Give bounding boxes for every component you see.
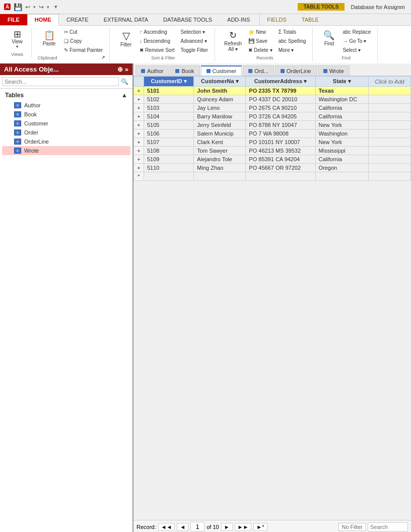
table-row[interactable]: +5108Tom SawyerPO 46213 MS 39532Mississi… xyxy=(134,147,411,155)
undo-dropdown[interactable]: ▾ xyxy=(33,5,36,10)
delete-button[interactable]: ✖ Delete ▾ xyxy=(246,46,275,54)
save-record-button[interactable]: 💾 Save xyxy=(246,37,275,45)
tab-fields[interactable]: FIELDS xyxy=(259,14,294,25)
sidebar-search-icon[interactable]: ⊕ xyxy=(117,65,123,73)
sidebar-item-order[interactable]: ≡ Order xyxy=(2,128,130,137)
redo-icon[interactable]: ↪ xyxy=(39,4,44,11)
row-expand-btn[interactable]: + xyxy=(134,87,144,95)
redo-dropdown[interactable]: ▾ xyxy=(47,5,49,10)
table-row[interactable]: +5103Jay LenoPO 2675 CA 90210California xyxy=(134,104,411,112)
cell-customername[interactable]: Barry Manilow xyxy=(194,112,246,121)
sidebar-search-button[interactable]: 🔍 xyxy=(119,77,130,86)
cell-state[interactable]: Mississippi xyxy=(315,147,369,155)
copy-button[interactable]: ❏ Copy xyxy=(61,37,105,45)
row-expand-btn[interactable]: + xyxy=(134,95,144,104)
paste-button[interactable]: 📋 Paste xyxy=(38,28,60,48)
table-row[interactable]: +5104Barry ManilowPO 3726 CA 94205Califo… xyxy=(134,112,411,121)
current-record-input[interactable] xyxy=(190,522,204,531)
cell-customerid[interactable]: 5103 xyxy=(144,104,194,112)
cell-customerid[interactable]: 5101 xyxy=(144,87,194,95)
sidebar-item-book[interactable]: ≡ Book xyxy=(2,110,130,119)
cell-state[interactable]: California xyxy=(315,155,369,164)
cell-state[interactable]: Oregon xyxy=(315,164,369,172)
cell-customername[interactable]: Alejandro Tole xyxy=(194,155,246,164)
customize-qat[interactable]: ▾ xyxy=(54,4,57,10)
cell-customerid[interactable]: 5107 xyxy=(144,138,194,147)
header-state[interactable]: State ▾ xyxy=(315,77,369,87)
ascending-button[interactable]: ↑ Ascending xyxy=(137,28,177,36)
row-expand-btn[interactable]: + xyxy=(134,147,144,155)
record-search-input[interactable] xyxy=(368,522,408,531)
first-record-button[interactable]: ◄◄ xyxy=(158,523,175,531)
tab-home[interactable]: HOME xyxy=(27,14,59,26)
cell-customeraddress[interactable]: PO 46213 MS 39532 xyxy=(246,147,315,155)
row-expand-btn[interactable]: + xyxy=(134,138,144,147)
cell-customername[interactable]: John Smith xyxy=(194,87,246,95)
cell-state[interactable]: New York xyxy=(315,121,369,129)
table-row[interactable]: +5107Clark KentPO 10101 NY 10007New York xyxy=(134,138,411,147)
toggle-filter-button[interactable]: Toggle Filter xyxy=(178,46,211,54)
cell-customername[interactable]: Ming Zhao xyxy=(194,164,246,172)
sidebar-chevron-icon[interactable]: » xyxy=(125,65,128,73)
goto-button[interactable]: → Go To ▾ xyxy=(340,37,373,45)
cell-customeraddress[interactable]: PO 2675 CA 90210 xyxy=(246,104,315,112)
view-button[interactable]: ⊞ View ▾ xyxy=(7,28,27,51)
table-row[interactable]: +5102Quincey AdamPO 4337 DC 20010Washing… xyxy=(134,95,411,104)
cell-state[interactable]: New York xyxy=(315,138,369,147)
table-row[interactable]: +5110Ming ZhaoPO 45667 OR 97202Oregon xyxy=(134,164,411,172)
row-expand-btn[interactable]: + xyxy=(134,155,144,164)
cell-state[interactable]: Texas xyxy=(315,87,369,95)
spelling-button[interactable]: abc Spelling xyxy=(276,37,309,45)
cell-customerid[interactable]: 5102 xyxy=(144,95,194,104)
new-record-row[interactable]: * xyxy=(134,172,411,181)
header-customerid[interactable]: CustomerID ▾ xyxy=(144,77,194,87)
cell-customername[interactable]: Jerry Seinfeld xyxy=(194,121,246,129)
cut-button[interactable]: ✂ Cut xyxy=(61,28,105,36)
header-clicktoadd[interactable]: Click to Add xyxy=(369,77,411,87)
cell-customerid[interactable]: 5110 xyxy=(144,164,194,172)
tab-create[interactable]: CREATE xyxy=(59,14,96,25)
row-expand-btn[interactable]: + xyxy=(134,104,144,112)
row-expand-btn[interactable]: + xyxy=(134,112,144,121)
tables-collapse-icon[interactable]: ▲ xyxy=(121,92,127,99)
sidebar-item-author[interactable]: ≡ Author xyxy=(2,101,130,110)
advanced-button[interactable]: Advanced ▾ xyxy=(178,37,211,45)
cell-customername[interactable]: Jay Leno xyxy=(194,104,246,112)
table-row[interactable]: +5106Salem MunicipPO 7 WA 98008Washingto… xyxy=(134,129,411,138)
undo-icon[interactable]: ↩ xyxy=(25,4,30,11)
tab-customer[interactable]: Customer xyxy=(201,65,242,76)
table-row[interactable]: +5101John SmithPO 2335 TX 78799Texas xyxy=(134,87,411,95)
tab-file[interactable]: FILE xyxy=(0,14,27,25)
cell-customeraddress[interactable]: PO 8788 NY 10047 xyxy=(246,121,315,129)
cell-customerid[interactable]: 5105 xyxy=(144,121,194,129)
cell-customeraddress[interactable]: PO 3726 CA 94205 xyxy=(246,112,315,121)
sidebar-search-input[interactable] xyxy=(2,77,119,86)
next-record-button[interactable]: ► xyxy=(221,523,233,531)
table-row[interactable]: +5105Jerry SeinfeldPO 8788 NY 10047New Y… xyxy=(134,121,411,129)
cell-customeraddress[interactable]: PO 45667 OR 97202 xyxy=(246,164,315,172)
cell-customeraddress[interactable]: PO 85391 CA 94204 xyxy=(246,155,315,164)
remove-sort-button[interactable]: ✖ Remove Sort xyxy=(137,46,177,54)
header-customername[interactable]: CustomerNa ▾ xyxy=(194,77,246,87)
tab-book[interactable]: Book xyxy=(170,65,199,76)
descending-button[interactable]: ↓ Descending xyxy=(137,37,177,45)
cell-customername[interactable]: Salem Municip xyxy=(194,129,246,138)
tab-author[interactable]: Author xyxy=(135,65,169,76)
tab-order[interactable]: Ord... xyxy=(243,65,274,76)
cell-state[interactable]: California xyxy=(315,104,369,112)
no-filter-button[interactable]: No Filter xyxy=(338,523,366,531)
cell-state[interactable]: Washington DC xyxy=(315,95,369,104)
tab-table[interactable]: TABLE xyxy=(294,14,326,25)
row-expand-btn[interactable]: + xyxy=(134,129,144,138)
prev-record-button[interactable]: ◄ xyxy=(177,523,188,531)
sidebar-item-customer[interactable]: ≡ Customer xyxy=(2,119,130,128)
table-row[interactable]: +5109Alejandro TolePO 85391 CA 94204Cali… xyxy=(134,155,411,164)
tab-database-tools[interactable]: DATABASE TOOLS xyxy=(156,14,220,25)
cell-customername[interactable]: Tom Sawyer xyxy=(194,147,246,155)
row-expand-btn[interactable]: + xyxy=(134,121,144,129)
tables-section-header[interactable]: Tables ▲ xyxy=(2,90,130,101)
sidebar-item-wrote[interactable]: ≡ Wrote xyxy=(2,146,130,155)
cell-customerid[interactable]: 5104 xyxy=(144,112,194,121)
sidebar-item-orderline[interactable]: ≡ OrderLine xyxy=(2,137,130,146)
cell-customerid[interactable]: 5106 xyxy=(144,129,194,138)
